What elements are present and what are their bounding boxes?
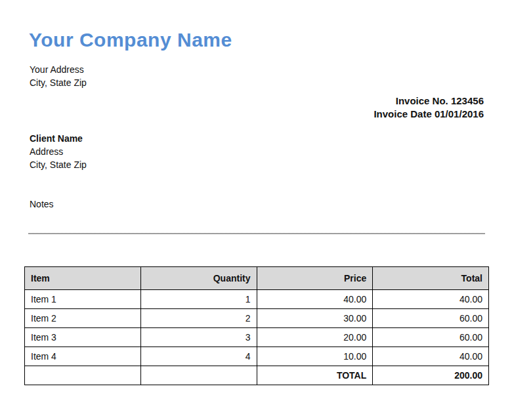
cell-total: 40.00 bbox=[373, 290, 489, 309]
table-row: Item 1 1 40.00 40.00 bbox=[25, 290, 489, 309]
horizontal-divider bbox=[28, 233, 485, 234]
cell-total: 60.00 bbox=[373, 309, 489, 328]
table-row: Item 3 3 20.00 60.00 bbox=[25, 328, 489, 347]
column-header-total: Total bbox=[373, 267, 489, 290]
cell-quantity: 1 bbox=[140, 290, 257, 309]
cell-item-name: Item 2 bbox=[25, 309, 141, 328]
cell-total: 40.00 bbox=[373, 347, 489, 366]
cell-price: 30.00 bbox=[257, 309, 373, 328]
cell-quantity: 2 bbox=[140, 309, 257, 328]
line-items-table: Item Quantity Price Total Item 1 1 40.00… bbox=[24, 266, 489, 385]
client-address-line1: Address bbox=[30, 145, 87, 158]
client-name: Client Name bbox=[30, 132, 87, 145]
invoice-date: Invoice Date 01/01/2016 bbox=[373, 108, 484, 121]
company-address-line2: City, State Zip bbox=[30, 76, 87, 89]
table-header-row: Item Quantity Price Total bbox=[25, 267, 489, 290]
table-total-row: TOTAL 200.00 bbox=[25, 366, 489, 385]
total-row-empty-item bbox=[25, 366, 141, 385]
cell-price: 20.00 bbox=[257, 328, 373, 347]
column-header-item: Item bbox=[25, 267, 141, 290]
cell-price: 10.00 bbox=[257, 347, 373, 366]
cell-quantity: 3 bbox=[140, 328, 257, 347]
cell-quantity: 4 bbox=[140, 347, 257, 366]
invoice-meta-block: Invoice No. 123456 Invoice Date 01/01/20… bbox=[373, 94, 484, 121]
client-block: Client Name Address City, State Zip bbox=[30, 132, 87, 171]
client-address-line2: City, State Zip bbox=[30, 158, 87, 171]
total-label: TOTAL bbox=[257, 366, 373, 385]
table-row: Item 4 4 10.00 40.00 bbox=[25, 347, 489, 366]
cell-item-name: Item 4 bbox=[25, 347, 141, 366]
invoice-document: Your Company Name Your Address City, Sta… bbox=[0, 0, 512, 420]
cell-price: 40.00 bbox=[257, 290, 373, 309]
invoice-number: Invoice No. 123456 bbox=[373, 94, 484, 108]
column-header-quantity: Quantity bbox=[140, 267, 257, 290]
cell-total: 60.00 bbox=[373, 328, 489, 347]
total-value: 200.00 bbox=[373, 366, 489, 385]
notes-label: Notes bbox=[30, 199, 54, 209]
column-header-price: Price bbox=[257, 267, 373, 290]
company-address-line1: Your Address bbox=[30, 63, 87, 76]
table-row: Item 2 2 30.00 60.00 bbox=[25, 309, 489, 328]
cell-item-name: Item 1 bbox=[25, 290, 141, 309]
cell-item-name: Item 3 bbox=[25, 328, 141, 347]
total-row-empty-quantity bbox=[140, 366, 257, 385]
company-name: Your Company Name bbox=[29, 29, 232, 51]
company-address-block: Your Address City, State Zip bbox=[30, 63, 87, 89]
